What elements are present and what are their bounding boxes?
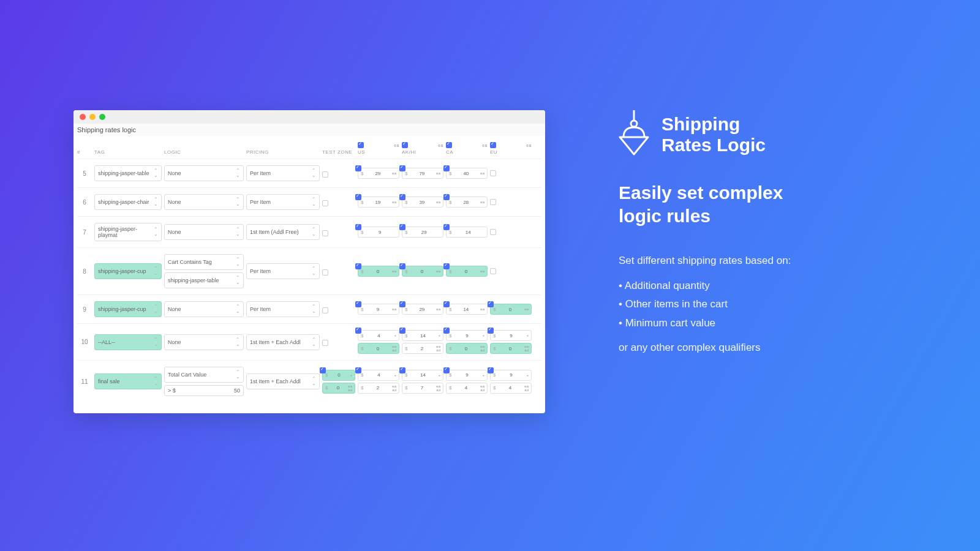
- tag-select[interactable]: --ALL--⌃⌄: [94, 334, 162, 350]
- price-checkbox[interactable]: [399, 263, 405, 269]
- price-input[interactable]: $0+: [322, 370, 355, 381]
- price-input[interactable]: $9+: [446, 330, 488, 341]
- price-checkbox[interactable]: [399, 328, 405, 334]
- zone-checkbox[interactable]: [490, 199, 496, 205]
- price-checkbox[interactable]: [320, 367, 326, 373]
- price-input[interactable]: $0eaad: [322, 383, 355, 394]
- pricing-select[interactable]: Per Item⌃⌄: [246, 165, 320, 181]
- test-zone-checkbox[interactable]: [322, 269, 328, 276]
- price-checkbox[interactable]: [443, 224, 450, 230]
- price-input[interactable]: $0ea: [402, 266, 443, 277]
- zone-checkbox[interactable]: [358, 142, 364, 148]
- price-input[interactable]: $4eaad: [446, 383, 488, 394]
- tag-select[interactable]: shipping-jasper-cup⌃⌄: [94, 301, 162, 317]
- price-input[interactable]: $14ea: [446, 304, 488, 315]
- price-input[interactable]: $40ea: [446, 168, 488, 179]
- logic-select[interactable]: Total Cart Value⌃⌄: [164, 367, 244, 383]
- price-input[interactable]: $9+: [446, 370, 488, 381]
- logic-select[interactable]: shipping-jasper-table⌃⌄: [164, 272, 244, 288]
- zone-checkbox[interactable]: [490, 170, 496, 176]
- price-input[interactable]: $0ea: [358, 266, 399, 277]
- zone-checkbox[interactable]: [490, 142, 496, 148]
- price-input[interactable]: $19ea: [358, 197, 399, 208]
- price-input[interactable]: $14+: [402, 330, 443, 341]
- price-checkbox[interactable]: [443, 301, 450, 307]
- logic-select[interactable]: None⌃⌄: [164, 194, 244, 210]
- price-checkbox[interactable]: [399, 367, 405, 373]
- price-input[interactable]: $4+: [358, 330, 399, 341]
- test-zone-checkbox[interactable]: [322, 171, 328, 178]
- price-input[interactable]: $29ea: [402, 304, 443, 315]
- test-zone-checkbox[interactable]: [322, 340, 328, 346]
- price-checkbox[interactable]: [443, 194, 450, 200]
- price-input[interactable]: $14+: [402, 370, 443, 381]
- pricing-select[interactable]: Per Item⌃⌄: [246, 194, 320, 210]
- pricing-select[interactable]: Per Item⌃⌄: [246, 301, 320, 317]
- price-checkbox[interactable]: [355, 165, 361, 171]
- price-checkbox[interactable]: [443, 328, 450, 334]
- pricing-select[interactable]: 1st Item + Each Addl⌃⌄: [246, 373, 320, 389]
- logic-value-input[interactable]: > $50: [164, 385, 244, 396]
- price-input[interactable]: $0eaad: [490, 343, 532, 354]
- tag-select[interactable]: shipping-jasper-chair⌃⌄: [94, 194, 162, 210]
- price-checkbox[interactable]: [399, 301, 405, 307]
- price-input[interactable]: $9: [358, 227, 399, 238]
- price-input[interactable]: $14: [446, 227, 488, 238]
- price-input[interactable]: $9ea: [358, 304, 399, 315]
- zone-checkbox[interactable]: [490, 268, 496, 274]
- price-input[interactable]: $0eaad: [446, 343, 488, 354]
- zone-checkbox[interactable]: [446, 142, 452, 148]
- test-zone-checkbox[interactable]: [322, 307, 328, 313]
- price-checkbox[interactable]: [355, 301, 361, 307]
- price-checkbox[interactable]: [355, 194, 361, 200]
- close-icon[interactable]: [80, 114, 86, 120]
- logic-select[interactable]: None⌃⌄: [164, 301, 244, 317]
- price-input[interactable]: $29ea: [358, 168, 399, 179]
- price-checkbox[interactable]: [443, 263, 450, 269]
- zoom-icon[interactable]: [99, 114, 105, 120]
- price-input[interactable]: $79ea: [402, 168, 443, 179]
- price-input[interactable]: $4eaad: [490, 383, 532, 394]
- tag-select[interactable]: shipping-jasper-cup⌃⌄: [94, 263, 162, 279]
- price-checkbox[interactable]: [355, 263, 361, 269]
- price-input[interactable]: $9+: [490, 370, 532, 381]
- price-input[interactable]: $28ea: [446, 197, 488, 208]
- logic-select[interactable]: None⌃⌄: [164, 334, 244, 350]
- price-input[interactable]: $4+: [358, 370, 399, 381]
- price-input[interactable]: $2eaad: [402, 343, 443, 354]
- tag-select[interactable]: final sale⌃⌄: [94, 373, 162, 389]
- price-checkbox[interactable]: [355, 224, 361, 230]
- price-input[interactable]: $7eaad: [402, 383, 443, 394]
- price-checkbox[interactable]: [399, 194, 405, 200]
- tag-select[interactable]: shipping-jasper-table⌃⌄: [94, 165, 162, 181]
- price-checkbox[interactable]: [443, 367, 450, 373]
- pricing-select[interactable]: 1st Item (Addl Free)⌃⌄: [246, 224, 320, 240]
- price-checkbox[interactable]: [443, 165, 450, 171]
- tag-select[interactable]: shipping-jasper-playmat⌃⌄: [94, 223, 162, 241]
- logic-select[interactable]: Cart Contains Tag⌃⌄: [164, 254, 244, 270]
- price-checkbox[interactable]: [488, 301, 494, 307]
- zone-checkbox[interactable]: [490, 229, 496, 235]
- price-checkbox[interactable]: [399, 165, 405, 171]
- zone-checkbox[interactable]: [402, 142, 408, 148]
- pricing-select[interactable]: 1st Item + Each Addl⌃⌄: [246, 334, 320, 350]
- price-checkbox[interactable]: [355, 328, 361, 334]
- logic-select[interactable]: None⌃⌄: [164, 224, 244, 240]
- price-input[interactable]: $29: [402, 227, 443, 238]
- pricing-select[interactable]: Per Item⌃⌄: [246, 263, 320, 279]
- price-checkbox[interactable]: [399, 224, 405, 230]
- price-input[interactable]: $0ea: [446, 266, 488, 277]
- price-input[interactable]: $0ea: [490, 304, 532, 315]
- price-input[interactable]: $2eaad: [358, 383, 399, 394]
- price-input[interactable]: $39ea: [402, 197, 443, 208]
- price-input[interactable]: $0eaad: [358, 343, 399, 354]
- price-checkbox[interactable]: [488, 367, 494, 373]
- price-checkbox[interactable]: [488, 328, 494, 334]
- price-input[interactable]: $9+: [490, 330, 532, 341]
- minimize-icon[interactable]: [89, 114, 96, 120]
- price-checkbox[interactable]: [355, 367, 361, 373]
- logic-select[interactable]: None⌃⌄: [164, 165, 244, 181]
- col-logic: LOGIC: [164, 149, 244, 155]
- test-zone-checkbox[interactable]: [322, 200, 328, 206]
- test-zone-checkbox[interactable]: [322, 230, 328, 236]
